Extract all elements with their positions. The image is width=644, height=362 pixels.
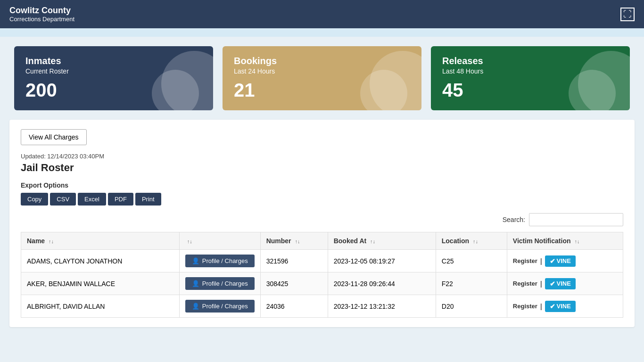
col-number[interactable]: Number ↑↓ [260,232,328,250]
table-body: ADAMS, CLAYTON JONATHON 👤 Profile / Char… [21,250,623,318]
cell-location: C25 [436,250,507,272]
col-booked-at[interactable]: Booked At ↑↓ [328,232,436,250]
top-accent-strip [0,28,644,37]
vine-check-icon: ✔ [550,280,555,288]
profile-charges-label: Profile / Charges [202,303,248,310]
col-location[interactable]: Location ↑↓ [436,232,507,250]
cell-victim-notification: Register | ✔ VINE [507,295,623,318]
cell-action: 👤 Profile / Charges [179,250,260,272]
vine-label: VINE [557,303,571,310]
stats-row: Inmates Current Roster 200 Bookings Last… [0,37,644,120]
pipe-separator: | [540,257,542,265]
cell-booked-at: 2023-12-12 13:21:32 [328,295,436,318]
cell-name: ADAMS, CLAYTON JONATHON [21,250,180,272]
cell-number: 308425 [260,272,328,295]
col-name[interactable]: Name ↑↓ [21,232,180,250]
cell-action: 👤 Profile / Charges [179,295,260,318]
main-content-panel: View All Charges Updated: 12/14/2023 03:… [9,120,635,327]
search-input[interactable] [529,213,623,226]
header-title: Cowlitz County [9,6,74,16]
search-label: Search: [503,216,525,223]
register-link[interactable]: Register [513,257,537,264]
vine-container: Register | ✔ VINE [513,278,617,289]
vine-check-icon: ✔ [550,303,555,310]
person-icon: 👤 [192,303,199,310]
vine-button[interactable]: ✔ VINE [545,301,576,312]
sort-name-icon: ↑↓ [49,239,54,244]
sort-booked-icon: ↑↓ [370,239,375,244]
excel-button[interactable]: Excel [78,193,106,206]
cell-location: F22 [436,272,507,295]
vine-container: Register | ✔ VINE [513,255,617,267]
bookings-card: Bookings Last 24 Hours 21 [223,46,421,110]
profile-charges-label: Profile / Charges [202,257,248,264]
cell-number: 321596 [260,250,328,272]
profile-charges-button[interactable]: 👤 Profile / Charges [185,277,255,290]
register-link[interactable]: Register [513,303,537,310]
expand-icon[interactable]: ⛶ [620,8,635,21]
cell-location: D20 [436,295,507,318]
table-header: Name ↑↓ ↑↓ Number ↑↓ Booked At ↑↓ Locati… [21,232,623,250]
table-row: AKER, BENJAMIN WALLACE 👤 Profile / Charg… [21,272,623,295]
copy-button[interactable]: Copy [21,193,48,206]
view-all-charges-button[interactable]: View All Charges [21,129,87,145]
vine-check-icon: ✔ [550,257,555,265]
col-victim-notification[interactable]: Victim Notification ↑↓ [507,232,623,250]
header-subtitle: Corrections Department [9,16,74,23]
search-row: Search: [21,213,623,226]
cell-booked-at: 2023-11-28 09:26:44 [328,272,436,295]
export-options-label: Export Options [21,181,623,189]
profile-charges-button[interactable]: 👤 Profile / Charges [185,255,255,267]
vine-label: VINE [557,257,571,264]
sort-number-icon: ↑↓ [295,239,300,244]
header-brand: Cowlitz County Corrections Department [9,6,74,23]
col-action: ↑↓ [179,232,260,250]
export-buttons-row: Copy CSV Excel PDF Print [21,193,623,206]
cell-name: AKER, BENJAMIN WALLACE [21,272,180,295]
sort-location-icon: ↑↓ [473,239,478,244]
page-header: Cowlitz County Corrections Department ⛶ [0,0,644,28]
vine-button[interactable]: ✔ VINE [545,278,576,289]
roster-title: Jail Roster [21,162,623,174]
cell-booked-at: 2023-12-05 08:19:27 [328,250,436,272]
cell-number: 24036 [260,295,328,318]
cell-action: 👤 Profile / Charges [179,272,260,295]
cell-victim-notification: Register | ✔ VINE [507,272,623,295]
pipe-separator: | [540,280,542,288]
table-row: ALBRIGHT, DAVID ALLAN 👤 Profile / Charge… [21,295,623,318]
cell-name: ALBRIGHT, DAVID ALLAN [21,295,180,318]
sort-victim-icon: ↑↓ [574,239,579,244]
sort-action-icon: ↑↓ [187,239,192,244]
print-button[interactable]: Print [135,193,161,206]
person-icon: 👤 [192,257,199,264]
csv-button[interactable]: CSV [50,193,76,206]
table-row: ADAMS, CLAYTON JONATHON 👤 Profile / Char… [21,250,623,272]
person-icon: 👤 [192,280,199,287]
vine-container: Register | ✔ VINE [513,301,617,312]
pipe-separator: | [540,303,542,310]
roster-table: Name ↑↓ ↑↓ Number ↑↓ Booked At ↑↓ Locati… [21,232,623,318]
pdf-button[interactable]: PDF [108,193,133,206]
vine-label: VINE [557,280,571,287]
profile-charges-label: Profile / Charges [202,280,248,287]
inmates-card: Inmates Current Roster 200 [14,46,213,110]
register-link[interactable]: Register [513,280,537,287]
updated-timestamp: Updated: 12/14/2023 03:40PM [21,153,623,160]
releases-card: Releases Last 48 Hours 45 [431,46,630,110]
cell-victim-notification: Register | ✔ VINE [507,250,623,272]
vine-button[interactable]: ✔ VINE [545,255,576,267]
profile-charges-button[interactable]: 👤 Profile / Charges [185,300,255,313]
